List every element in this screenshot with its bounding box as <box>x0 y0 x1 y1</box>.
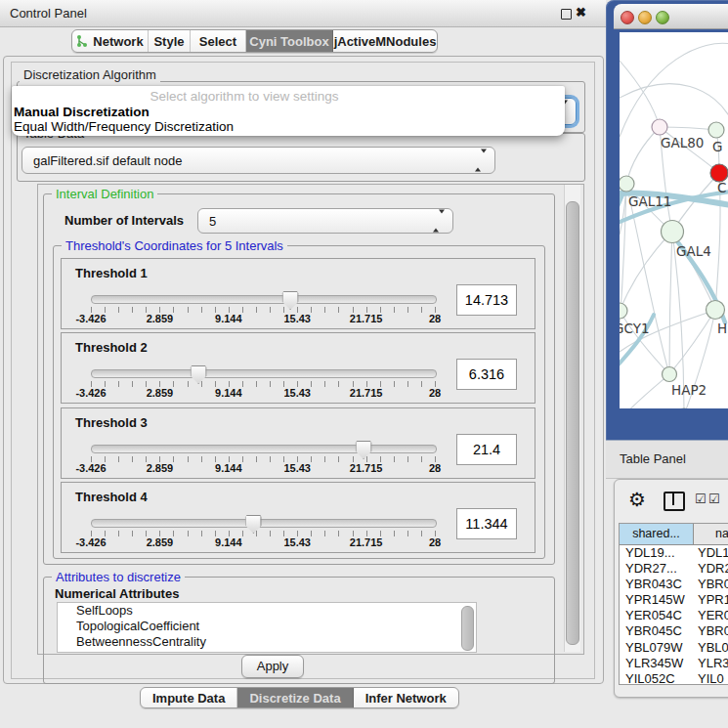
tab-style[interactable]: Style <box>149 30 191 52</box>
combo-arrows-icon <box>433 214 445 229</box>
node-table: shared... na YDL19...YDL1YDR27...YDR2YBR… <box>619 523 728 685</box>
close-traffic-light-icon[interactable] <box>621 11 634 24</box>
network-icon <box>76 34 88 48</box>
threshold-3-value-field[interactable] <box>456 434 517 465</box>
tab-discretize-data[interactable]: Discretize Data <box>237 688 353 707</box>
numerical-attributes-label: Numerical Attributes <box>55 586 179 601</box>
node-gal4[interactable] <box>662 221 684 243</box>
table-cell: YDL19... <box>625 545 694 561</box>
node-label-g-cut: G <box>712 139 722 154</box>
tick-label: 9.144 <box>215 536 242 548</box>
tab-impute-data[interactable]: Impute Data <box>141 688 237 707</box>
node-top-right[interactable] <box>708 122 724 138</box>
table-row[interactable]: YER054CYER0 <box>620 608 728 623</box>
top-tab-bar: Network Style Select Cyni Toolbox jActiv… <box>71 29 438 53</box>
tick-label: 15.43 <box>283 387 311 399</box>
node-gal80[interactable] <box>652 119 667 135</box>
node-gcy1[interactable] <box>620 303 627 319</box>
tick-label: -3.426 <box>75 313 106 324</box>
slider-tick-labels: -3.4262.8599.14415.4321.71528 <box>91 387 435 399</box>
tab-network[interactable]: Network <box>72 30 149 52</box>
table-panel-title: Table Panel <box>620 451 686 466</box>
checkbox-icon[interactable]: ☑ <box>708 493 720 505</box>
node-label-gcy1: GCY1 <box>620 321 650 336</box>
attributes-group-title: Attributes to discretize <box>52 570 185 584</box>
checkbox-icon[interactable]: ☑ <box>695 493 707 505</box>
numerical-attributes-list[interactable]: SelfLoopsTopologicalCoefficientBetweenne… <box>57 602 477 653</box>
node-label-gal4: GAL4 <box>676 243 711 259</box>
tab-jactivemnodules-label: jActiveMNodules <box>334 34 437 49</box>
table-row[interactable]: YDR27...YDR2 <box>620 561 728 577</box>
table-cell: YDL1 <box>698 545 728 561</box>
table-row[interactable]: YBR043CYBR0 <box>620 577 728 592</box>
column-header-name[interactable]: na <box>694 524 728 545</box>
tick-label: -3.426 <box>75 536 106 548</box>
slider-tick-labels: -3.4262.8599.14415.4321.71528 <box>91 313 435 324</box>
threshold-4-slider[interactable] <box>91 519 437 528</box>
zoom-traffic-light-icon[interactable] <box>656 11 669 24</box>
popup-option-equal-width-frequency[interactable]: Equal Width/Frequency Discretization <box>14 119 234 134</box>
slider-tick-labels: -3.4262.8599.14415.4321.71528 <box>91 462 435 474</box>
list-item[interactable]: TopologicalCoefficient <box>58 619 476 634</box>
combo-arrows-icon <box>475 153 487 168</box>
tick-label: 21.715 <box>350 462 383 474</box>
node-h[interactable] <box>707 301 725 320</box>
table-panel-header: Table Panel <box>606 440 728 479</box>
close-icon[interactable]: ✖ <box>576 5 586 20</box>
threshold-3-slider[interactable] <box>91 445 437 453</box>
attributes-list-scrollbar[interactable] <box>461 606 474 651</box>
tick-label: 21.715 <box>350 387 383 399</box>
float-panel-icon[interactable] <box>561 9 572 20</box>
table-row[interactable]: YLR345WYLR3 <box>620 656 728 671</box>
tab-jactivemnodules[interactable]: jActiveMNodules <box>333 30 437 52</box>
number-of-intervals-value: 5 <box>209 214 216 229</box>
node-hap2[interactable] <box>663 367 677 382</box>
tab-infer-network-label: Infer Network <box>365 691 447 706</box>
tick-label: 28 <box>429 387 441 399</box>
list-item[interactable]: BetweennessCentrality <box>58 634 476 650</box>
table-cell: YDR2 <box>698 561 728 577</box>
threshold-2-slider[interactable] <box>91 369 437 378</box>
column-header-shared[interactable]: shared... <box>620 524 694 545</box>
tick-label: 28 <box>429 462 441 474</box>
panel-scrollbar-thumb[interactable] <box>566 201 579 645</box>
tab-cyni-toolbox[interactable]: Cyni Toolbox <box>246 30 333 52</box>
algorithm-dropdown-popup: Select algorithm to view settings Manual… <box>12 86 565 136</box>
threshold-2-value-field[interactable] <box>456 359 517 390</box>
threshold-1-slider[interactable] <box>91 295 437 304</box>
table-row[interactable]: YDL19...YDL1 <box>620 545 728 561</box>
table-data-combo[interactable]: galFiltered.sif default node <box>21 147 495 174</box>
network-canvas[interactable]: GAL80 G GAL11 C GAL4 GCY1 H HAP2 <box>620 32 728 408</box>
list-item[interactable]: SelfLoops <box>58 603 476 619</box>
table-cell: YBR0 <box>698 577 728 592</box>
table-cell: YIL052C <box>625 671 694 684</box>
thresholds-group-title: Threshold's Coordinates for 5 Intervals <box>62 238 287 253</box>
number-of-intervals-combo[interactable]: 5 <box>197 208 453 234</box>
gear-icon[interactable]: ⚙ <box>628 490 646 509</box>
apply-button[interactable]: Apply <box>241 655 304 678</box>
table-row[interactable]: YIL052CYIL0 <box>620 671 728 684</box>
tick-label: 2.859 <box>147 462 174 474</box>
threshold-1-label: Threshold 1 <box>75 266 148 280</box>
tick-label: 2.859 <box>147 536 174 548</box>
node-label-gal11: GAL11 <box>628 193 671 209</box>
table-row[interactable]: YBR045CYBR0 <box>620 623 728 639</box>
discretization-algorithm-group-title: Discretization Algorithm <box>20 67 160 82</box>
tab-infer-network[interactable]: Infer Network <box>354 688 458 707</box>
network-window-titlebar[interactable] <box>614 4 728 29</box>
table-row[interactable]: YPR145WYPR1 <box>620 592 728 608</box>
control-panel-titlebar <box>0 0 606 27</box>
node-gal11[interactable] <box>620 176 634 192</box>
tick-label: 9.144 <box>215 313 242 324</box>
threshold-4-value-field[interactable] <box>456 508 517 539</box>
threshold-1-value-field[interactable] <box>456 284 517 316</box>
tick-label: 28 <box>429 313 441 324</box>
table-row[interactable]: YBL079WYBL0 <box>620 640 728 656</box>
tab-network-label: Network <box>93 34 143 49</box>
tick-label: 15.43 <box>283 462 311 474</box>
popup-option-manual-discretization[interactable]: Manual Discretization <box>14 105 150 119</box>
tab-select[interactable]: Select <box>191 30 246 52</box>
split-pane-icon[interactable] <box>664 492 685 511</box>
table-cell: YPR1 <box>698 592 728 608</box>
minimize-traffic-light-icon[interactable] <box>638 11 652 24</box>
